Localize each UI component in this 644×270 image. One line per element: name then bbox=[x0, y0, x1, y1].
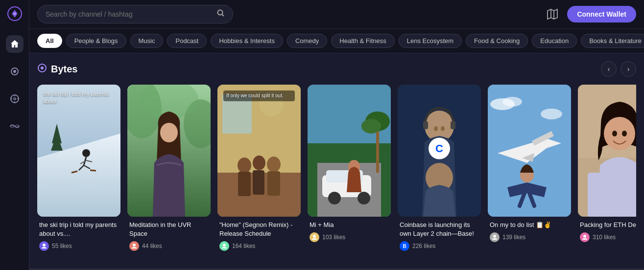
video-info-meditation: Meditation in the UVR Space 44 likes bbox=[127, 217, 211, 253]
category-tab-food[interactable]: Food & Cooking bbox=[466, 34, 528, 48]
video-title-meditation: Meditation in the UVR Space bbox=[129, 221, 209, 238]
video-title-todo: On my to do list 📋✌ bbox=[490, 221, 569, 229]
main-content: Connect Wallet All People & Blogs Music … bbox=[29, 0, 644, 270]
svg-point-5 bbox=[14, 98, 16, 100]
sidebar-item-home[interactable] bbox=[6, 35, 24, 53]
video-info-mi: Mi + Mia 103 likes bbox=[308, 217, 391, 244]
video-title-mi: Mi + Mia bbox=[310, 221, 389, 229]
likes-count-eth: 310 likes bbox=[593, 234, 616, 241]
map-icon[interactable] bbox=[544, 5, 561, 23]
svg-rect-63 bbox=[423, 121, 428, 129]
video-card-ski[interactable]: the ski trip i told my parents about the… bbox=[37, 85, 120, 253]
search-input[interactable] bbox=[46, 10, 213, 18]
category-tab-all[interactable]: All bbox=[37, 34, 62, 48]
svg-point-65 bbox=[434, 126, 438, 131]
sidebar-item-explore[interactable] bbox=[6, 90, 24, 108]
likes-count-home: 164 likes bbox=[232, 243, 255, 249]
bytes-icon bbox=[37, 63, 47, 75]
svg-point-82 bbox=[612, 131, 617, 136]
avatar-todo bbox=[490, 232, 500, 242]
svg-point-83 bbox=[622, 131, 627, 136]
sidebar-item-bytes[interactable] bbox=[6, 63, 24, 80]
video-likes-coinbase: B 226 likes bbox=[400, 241, 479, 251]
section-header: Bytes ‹ › bbox=[37, 61, 636, 77]
category-tab-people-blogs[interactable]: People & Blogs bbox=[66, 34, 126, 48]
video-likes-mi: 103 likes bbox=[310, 232, 389, 242]
video-title-ski: the ski trip i told my parents about vs.… bbox=[39, 221, 119, 238]
svg-rect-46 bbox=[253, 170, 264, 195]
svg-marker-12 bbox=[548, 9, 557, 19]
svg-point-16 bbox=[41, 67, 44, 69]
video-card-mi[interactable]: Mi + Mia 103 likes bbox=[308, 85, 391, 253]
coinbase-logo: C bbox=[429, 138, 450, 159]
video-thumb-mi bbox=[308, 85, 391, 217]
svg-line-28 bbox=[90, 170, 96, 171]
header: Connect Wallet bbox=[29, 0, 644, 29]
search-bar[interactable] bbox=[37, 5, 233, 23]
video-card-meditation[interactable]: Meditation in the UVR Space 44 likes bbox=[127, 85, 211, 253]
video-likes-todo: 139 likes bbox=[490, 232, 569, 242]
section-nav: ‹ › bbox=[601, 61, 636, 77]
search-icon[interactable] bbox=[217, 9, 225, 19]
category-tab-comedy[interactable]: Comedy bbox=[287, 34, 327, 48]
video-info-eth: Packing for ETH Denver 310 likes bbox=[578, 217, 636, 244]
video-likes-meditation: 44 likes bbox=[129, 241, 209, 251]
avatar-meditation bbox=[129, 241, 139, 251]
svg-point-43 bbox=[253, 156, 265, 170]
video-thumb-ski: the ski trip i told my parents about bbox=[37, 85, 120, 217]
category-tab-books[interactable]: Books & Literature bbox=[581, 34, 644, 48]
svg-point-70 bbox=[502, 97, 522, 107]
nav-next-button[interactable]: › bbox=[620, 61, 636, 77]
section-title: Bytes bbox=[37, 63, 77, 75]
category-tab-podcast[interactable]: Podcast bbox=[167, 34, 207, 48]
category-tab-music[interactable]: Music bbox=[130, 34, 164, 48]
video-thumb-todo bbox=[488, 85, 571, 217]
sidebar-item-connections[interactable] bbox=[6, 117, 24, 135]
svg-point-21 bbox=[82, 149, 90, 157]
ski-overlay-text: the ski trip i told my parents about bbox=[43, 90, 115, 106]
video-info-todo: On my to do list 📋✌ 139 likes bbox=[488, 217, 571, 244]
video-card-coinbase[interactable]: C Coinbase is launching its own Layer 2 … bbox=[398, 85, 481, 253]
svg-point-3 bbox=[13, 70, 16, 73]
category-tab-education[interactable]: Education bbox=[532, 34, 577, 48]
video-likes-eth: 310 likes bbox=[580, 232, 636, 242]
svg-point-48 bbox=[223, 244, 226, 247]
category-tab-health[interactable]: Health & Fitness bbox=[331, 34, 394, 48]
svg-point-60 bbox=[313, 235, 316, 238]
svg-point-10 bbox=[218, 10, 223, 15]
svg-point-44 bbox=[267, 157, 281, 172]
avatar-coinbase: B bbox=[400, 241, 409, 251]
video-likes-ski: 55 likes bbox=[39, 241, 119, 251]
svg-point-71 bbox=[541, 109, 562, 119]
svg-rect-64 bbox=[451, 121, 455, 129]
svg-point-54 bbox=[358, 192, 370, 204]
video-thumb-home: If only we could split it out. bbox=[217, 85, 301, 217]
svg-line-11 bbox=[222, 15, 224, 17]
content-area: Bytes ‹ › bbox=[29, 53, 644, 269]
svg-point-35 bbox=[160, 123, 178, 142]
video-info-ski: the ski trip i told my parents about vs.… bbox=[37, 217, 120, 253]
avatar-ski bbox=[39, 241, 49, 251]
video-card-home[interactable]: If only we could split it out. "Home" (S… bbox=[217, 85, 301, 253]
video-thumb-coinbase: C bbox=[398, 85, 481, 217]
category-tab-lens[interactable]: Lens Ecosystem bbox=[399, 34, 462, 48]
video-card-todo[interactable]: On my to do list 📋✌ 139 likes bbox=[488, 85, 571, 253]
svg-rect-45 bbox=[238, 172, 251, 196]
avatar-mi bbox=[310, 232, 319, 242]
svg-point-84 bbox=[583, 235, 586, 238]
video-grid: the ski trip i told my parents about the… bbox=[37, 85, 636, 253]
section-title-text: Bytes bbox=[51, 64, 77, 75]
category-bar: All People & Blogs Music Podcast Hobbies… bbox=[29, 29, 644, 53]
svg-point-81 bbox=[604, 117, 635, 150]
likes-count-meditation: 44 likes bbox=[142, 243, 162, 249]
nav-prev-button[interactable]: ‹ bbox=[601, 61, 617, 77]
video-title-coinbase: Coinbase is launching its own Layer 2 ch… bbox=[400, 221, 479, 238]
likes-count-todo: 139 likes bbox=[502, 234, 525, 241]
avatar-eth bbox=[580, 232, 590, 242]
svg-point-1 bbox=[13, 12, 16, 15]
connect-wallet-button[interactable]: Connect Wallet bbox=[567, 6, 636, 22]
category-tab-hobbies[interactable]: Hobbies & Interests bbox=[211, 34, 283, 48]
avatar-home bbox=[219, 241, 229, 251]
app-logo[interactable] bbox=[7, 6, 23, 22]
video-card-eth[interactable]: LAKE bbox=[578, 85, 636, 253]
